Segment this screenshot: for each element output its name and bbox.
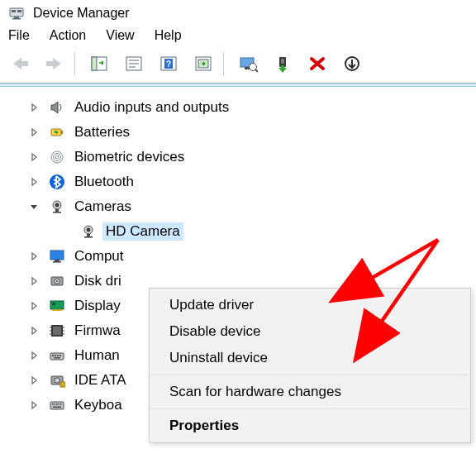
tree-node[interactable]: Audio inputs and outputs: [0, 95, 476, 120]
svg-rect-58: [60, 355, 61, 356]
keyboard-icon: [48, 396, 66, 414]
tree-node-child[interactable]: HD Camera: [0, 219, 476, 244]
expander-open-icon[interactable]: [30, 203, 43, 211]
tree-node[interactable]: Bluetooth: [0, 170, 476, 194]
svg-rect-6: [92, 57, 97, 70]
svg-rect-47: [53, 327, 61, 335]
tree-node-label: Bluetooth: [71, 173, 137, 191]
svg-rect-63: [50, 402, 64, 409]
expander-closed-icon[interactable]: [30, 252, 43, 260]
tree-node-label: Disk dri: [71, 272, 125, 290]
menu-file[interactable]: File: [8, 28, 30, 43]
tree-node-label: Keyboa: [71, 396, 126, 414]
tree-node-label: Comput: [71, 247, 127, 265]
window-title: Device Manager: [33, 6, 130, 21]
tree-node-label: Human: [71, 346, 123, 365]
context-menu: Update driverDisable deviceUninstall dev…: [149, 288, 471, 443]
bluetooth-icon: [48, 173, 66, 191]
svg-rect-45: [52, 309, 62, 311]
help-button[interactable]: ?: [152, 50, 185, 78]
tree-node-label: Display: [71, 297, 124, 315]
svg-rect-66: [56, 404, 58, 405]
tree-node-label: Biometric devices: [71, 148, 188, 166]
svg-rect-35: [87, 234, 90, 236]
svg-rect-36: [84, 236, 93, 238]
tree-node-label: Audio inputs and outputs: [71, 98, 232, 117]
svg-rect-57: [57, 355, 59, 356]
svg-point-34: [87, 228, 91, 232]
svg-rect-55: [52, 355, 54, 356]
menu-action[interactable]: Action: [50, 28, 86, 43]
monitor-icon: [48, 247, 66, 265]
svg-rect-39: [53, 261, 61, 263]
device-manager-icon: [8, 5, 25, 21]
menu-help[interactable]: Help: [155, 28, 182, 43]
svg-point-61: [55, 378, 60, 383]
context-menu-item[interactable]: Scan for hardware changes: [150, 379, 470, 405]
back-button: [3, 50, 36, 78]
svg-rect-1: [12, 10, 16, 12]
camera-icon: [48, 198, 66, 216]
disk-icon: [48, 272, 66, 290]
svg-rect-69: [53, 407, 61, 408]
context-menu-item[interactable]: Update driver: [150, 292, 470, 318]
fingerprint-icon: [48, 148, 66, 166]
svg-point-26: [54, 154, 61, 161]
tree-node-label: Batteries: [71, 123, 133, 141]
tree-node[interactable]: Cameras: [0, 194, 476, 219]
tree-node[interactable]: Biometric devices: [0, 145, 476, 170]
tree-node-label: Firmwa: [71, 322, 124, 340]
toolbar: ?: [0, 48, 476, 84]
disable-device-button[interactable]: [336, 50, 369, 78]
expander-closed-icon[interactable]: [30, 103, 43, 112]
svg-rect-44: [52, 303, 55, 305]
svg-point-27: [55, 155, 59, 159]
scan-hardware-button[interactable]: [187, 50, 220, 78]
expander-closed-icon[interactable]: [30, 128, 43, 136]
update-driver-button[interactable]: [231, 50, 264, 78]
context-menu-item[interactable]: Disable device: [150, 318, 470, 345]
tree-node[interactable]: Batteries: [0, 120, 476, 145]
svg-text:?: ?: [166, 60, 171, 69]
enable-device-button[interactable]: [266, 50, 299, 78]
expander-closed-icon[interactable]: [30, 327, 43, 335]
tree-node[interactable]: Comput: [0, 244, 476, 269]
svg-rect-68: [60, 404, 62, 405]
menu-view[interactable]: View: [106, 28, 134, 43]
context-menu-item[interactable]: Uninstall device: [150, 345, 470, 371]
svg-rect-31: [55, 209, 59, 212]
expander-closed-icon[interactable]: [30, 153, 43, 161]
svg-rect-67: [59, 404, 60, 405]
svg-rect-32: [53, 212, 61, 213]
firmware-icon: [48, 322, 66, 340]
uninstall-device-button[interactable]: [301, 50, 334, 78]
svg-rect-3: [14, 17, 19, 18]
toolbar-separator: [74, 52, 79, 75]
forward-button: [38, 50, 71, 78]
battery-icon: [48, 123, 66, 141]
expander-closed-icon[interactable]: [30, 376, 43, 384]
svg-rect-56: [55, 355, 56, 356]
camera-icon: [79, 222, 98, 241]
display-adapter-icon: [48, 297, 66, 315]
context-menu-separator: [151, 375, 469, 375]
svg-rect-64: [52, 404, 54, 405]
toolbar-separator: [223, 52, 228, 75]
svg-rect-2: [17, 10, 21, 12]
svg-point-30: [55, 203, 60, 208]
expander-closed-icon[interactable]: [30, 302, 43, 310]
expander-closed-icon[interactable]: [30, 401, 43, 409]
svg-point-42: [56, 280, 58, 282]
context-menu-item[interactable]: Properties: [150, 413, 470, 439]
svg-line-19: [255, 69, 258, 72]
properties-button[interactable]: [117, 50, 150, 78]
expander-closed-icon[interactable]: [30, 351, 43, 360]
expander-closed-icon[interactable]: [30, 178, 43, 186]
svg-rect-59: [54, 357, 60, 359]
show-hidden-button[interactable]: [83, 50, 116, 78]
ide-icon: [48, 371, 66, 389]
tree-node-label: Cameras: [71, 198, 135, 216]
expander-closed-icon[interactable]: [30, 277, 43, 285]
hid-icon: [48, 346, 66, 365]
svg-rect-65: [55, 404, 56, 405]
